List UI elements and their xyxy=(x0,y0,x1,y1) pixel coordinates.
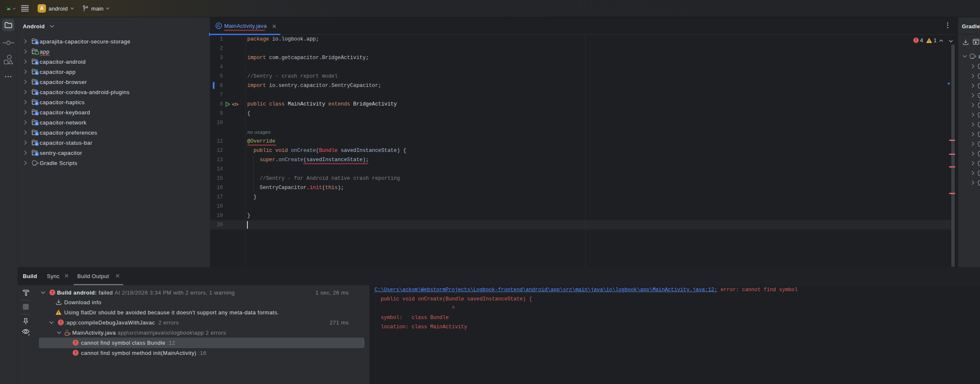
svg-text:C: C xyxy=(217,23,220,28)
